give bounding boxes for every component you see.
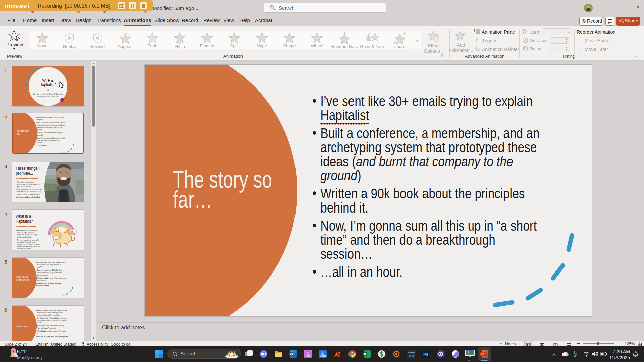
svg-text:music: music [409,354,414,356]
svg-text:Ps: Ps [423,352,428,357]
svg-text:P: P [481,352,484,356]
svg-text:amazon: amazon [408,352,415,354]
svg-text:W: W [290,352,293,356]
svg-text:z: z [636,351,637,353]
